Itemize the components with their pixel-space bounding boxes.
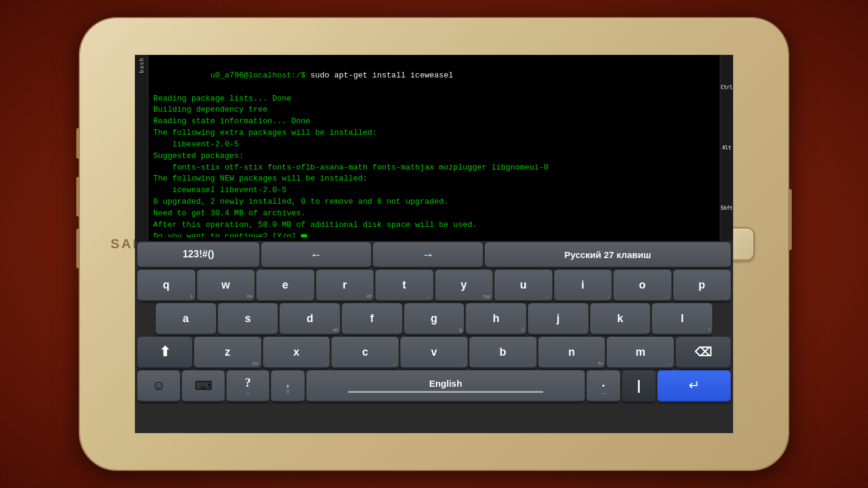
special-chars-button[interactable]: 123!#() [137,242,259,268]
key-h[interactable]: hĥ [466,303,526,335]
key-e[interactable]: e... [256,270,314,301]
key-y[interactable]: y6уу [435,270,493,301]
terminal-command: sudo apt-get install iceweasel [310,71,453,80]
comma-button[interactable]: , 0 [271,370,305,402]
term-line: libevent-2.0-5 [153,139,715,151]
terminal-content: u0_a796@localhost:/$ sudo apt-get instal… [153,59,715,237]
keyboard-top-row: 123!#() ← → Русский 27 клавиш [137,242,731,268]
key-q[interactable]: q1 [137,270,195,301]
ctrl-key[interactable]: Ctrl [721,85,732,90]
keyboard-row-2: a... s... ddd f... gĝ hĥ j... k... lĭ [137,303,731,335]
keyboard-bottom-row: ☺ ⌨ ? ... , 0 English . ... [137,370,731,402]
shift-key[interactable]: Shft [721,206,732,211]
virtual-keyboard: 123!#() ← → Русский 27 клавиш q1 w2w e..… [135,241,733,433]
left-arrow-button[interactable]: ← [261,242,371,268]
term-line: The following extra packages will be ins… [153,127,715,139]
key-u[interactable]: u... [494,270,552,301]
space-language-label: English [429,378,462,389]
key-t[interactable]: t... [375,270,433,301]
alt-key[interactable]: Alt [722,145,731,151]
bash-label: bash [139,57,145,73]
enter-icon: ↵ [689,378,700,393]
key-p[interactable]: p... [673,270,731,301]
right-arrow-button[interactable]: → [373,242,483,268]
right-side-button[interactable] [788,189,792,250]
key-z[interactable]: zzzz [194,337,261,368]
key-a[interactable]: a... [156,303,216,335]
keyboard-row-1: q1 w2w e... r4ff t... y6уу u... i... o..… [137,270,731,301]
term-line: Building dependency tree [153,104,715,116]
term-line: iceweasel libevent-2.0-5 [153,185,715,196]
key-g[interactable]: gĝ [404,303,465,335]
shift-key-button[interactable]: ⬆ [137,337,192,368]
key-d[interactable]: ddd [280,303,340,335]
term-line: The following NEW packages will be insta… [153,173,715,185]
key-v[interactable]: v... [400,337,468,368]
period-sub: ... [602,390,606,395]
terminal-sidebar: bash [135,55,148,241]
key-b[interactable]: b... [469,337,537,368]
key-k[interactable]: k... [590,303,651,335]
pipe-label: | [637,378,640,393]
key-c[interactable]: c... [331,337,399,368]
term-line: Reading state information... Done [153,116,715,127]
volume-up-button[interactable] [76,128,80,159]
key-w[interactable]: w2w [197,270,255,301]
language-switch-button[interactable]: Русский 27 клавиш [485,242,731,268]
key-r[interactable]: r4ff [316,270,374,301]
term-line: 0 upgraded, 2 newly installed, 0 to remo… [153,196,715,208]
zero-sub: 0 [287,389,289,395]
comma-label: , [286,376,289,389]
backspace-button[interactable]: ⌫ [676,337,731,368]
key-i[interactable]: i... [554,270,612,301]
keyboard-row-3: ⬆ zzzz x... c... v... b... nñn m... ⌫ [137,337,731,368]
terminal-window: bash Ctrl Alt Shft u0_a796@localhost:/$ … [135,55,733,241]
term-line: Suggested packages: [153,151,715,162]
key-o[interactable]: o... [613,270,671,301]
space-bar-line [348,391,543,393]
period-button[interactable]: . ... [587,370,620,402]
term-prompt-line: Do you want to continue? [Y/n] [153,231,715,237]
period-label: . [602,376,605,390]
key-s[interactable]: s... [218,303,278,335]
phone-device: SAMSUNG bash Ctrl Alt Shft u0_a796@local… [80,18,788,470]
key-f[interactable]: f... [342,303,402,335]
term-line: After this operation, 58.0 MB of additio… [153,220,715,231]
pipe-button[interactable]: | [622,370,656,402]
term-line: Reading package lists... Done [153,93,715,105]
backspace-icon: ⌫ [695,345,712,359]
spacebar-button[interactable]: English [306,370,585,402]
term-line: fonts-stix otf-stix fonts-oflb-asana-mat… [153,162,715,174]
question-mark-button[interactable]: ? ... [226,370,269,402]
phone-screen: bash Ctrl Alt Shft u0_a796@localhost:/$ … [135,55,733,433]
terminal-prompt: u0_a796@localhost:/$ [211,71,311,80]
key-n[interactable]: nñn [538,337,606,368]
question-label: ? [245,376,251,390]
question-sub: ... [246,390,250,395]
key-l[interactable]: lĭ [652,303,712,335]
terminal-right-bar: Ctrl Alt Shft [720,55,733,241]
volume-down-button[interactable] [76,177,80,217]
keyboard-switch-button[interactable]: ⌨ [182,370,225,402]
key-j[interactable]: j... [528,303,588,335]
shift-icon: ⬆ [159,344,170,360]
enter-button[interactable]: ↵ [657,370,731,402]
term-line: Need to get 30.4 MB of archives. [153,208,715,220]
terminal-cursor [301,234,307,238]
key-x[interactable]: x... [263,337,330,368]
emoji-button[interactable]: ☺ [137,370,180,402]
power-button[interactable] [76,229,80,268]
key-m[interactable]: m... [607,337,674,368]
